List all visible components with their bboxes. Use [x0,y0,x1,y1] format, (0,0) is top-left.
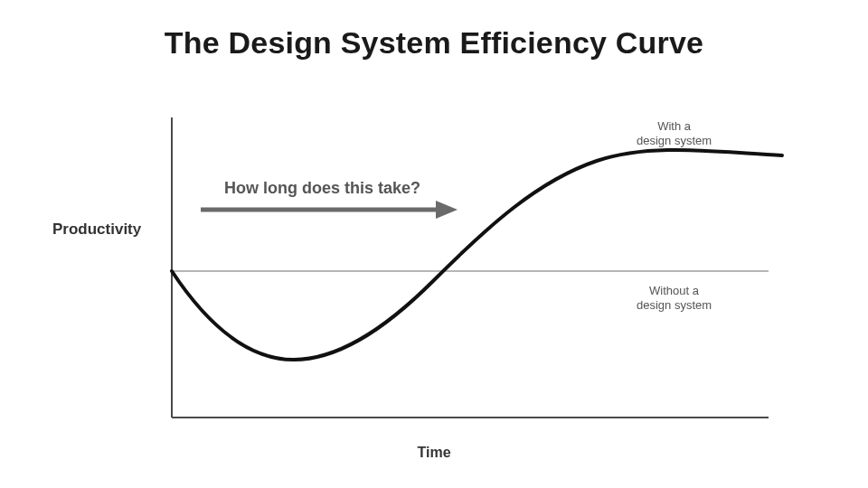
axes [172,117,769,418]
series-with-design-system [172,150,782,360]
chart-stage: The Design System Efficiency Curve Produ… [0,0,868,488]
chart-svg [0,0,868,488]
annotation-arrow [201,201,458,219]
arrow-head-icon [436,201,458,219]
